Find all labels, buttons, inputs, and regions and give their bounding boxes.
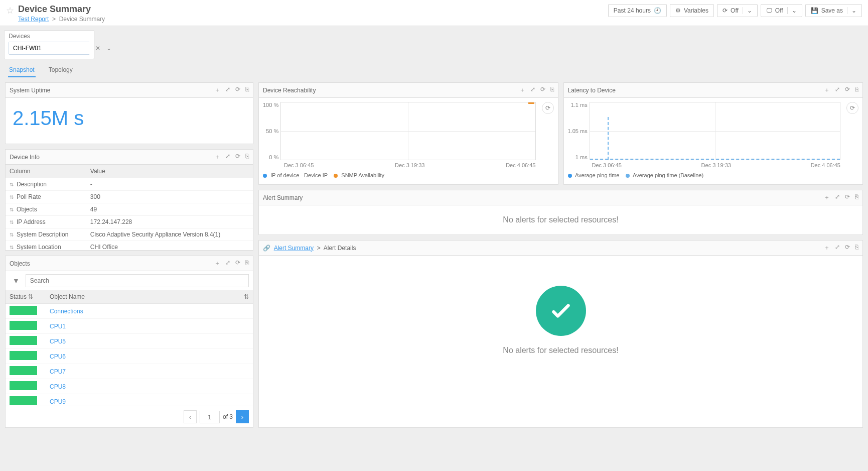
refresh-icon[interactable]: ⟳ (235, 153, 240, 161)
sort-icon[interactable]: ⇅ (10, 194, 14, 200)
filter-icon[interactable]: ▼ (10, 275, 23, 287)
variables-button[interactable]: ⚙ Variables (670, 4, 714, 17)
breadcrumb-parent[interactable]: Test Report (18, 16, 49, 23)
table-row: ⇅Description- (6, 178, 253, 191)
expand-icon[interactable]: ⤢ (835, 244, 840, 252)
sort-icon[interactable]: ⇅ (10, 207, 14, 212)
refresh-off-button[interactable]: ⟳ Off ⌄ (717, 4, 758, 17)
legend-dot-icon (626, 174, 630, 178)
expand-icon[interactable]: ⤢ (835, 86, 840, 94)
alert-details-bc-parent[interactable]: Alert Summary (274, 245, 314, 252)
panel-latency: Latency to Device ＋ ⤢ ⟳ ⎘ (563, 82, 863, 185)
sort-icon[interactable]: ⇅ (10, 232, 14, 238)
column-header-name[interactable]: Object Name ⇅ (46, 290, 253, 304)
panel-title: System Uptime (10, 87, 50, 94)
chevron-down-icon[interactable]: ⌄ (792, 7, 797, 14)
panel-alert-summary: Alert Summary ＋ ⤢ ⟳ ⎘ No alerts for sele… (258, 190, 863, 235)
object-link[interactable]: CPU1 (50, 323, 66, 330)
sort-icon[interactable]: ⇅ (10, 219, 14, 225)
chart-refresh-button[interactable]: ⟳ (542, 102, 554, 114)
device-selector-input[interactable] (9, 42, 92, 54)
save-as-button[interactable]: 💾 Save as ⌄ (805, 4, 862, 17)
expand-icon[interactable]: ⤢ (225, 86, 230, 94)
object-link[interactable]: CPU7 (50, 368, 66, 375)
expand-icon[interactable]: ⤢ (225, 153, 230, 161)
export-icon[interactable]: ⎘ (855, 193, 858, 202)
display-off-button[interactable]: 🖵 Off ⌄ (761, 4, 802, 17)
sort-icon[interactable]: ⇅ (28, 293, 33, 300)
save-icon: 💾 (811, 7, 818, 14)
expand-icon[interactable]: ⤢ (530, 86, 535, 94)
pager-current-input[interactable] (200, 411, 220, 423)
expand-icon[interactable]: ⤢ (835, 193, 840, 202)
panel-system-uptime: System Uptime ＋ ⤢ ⟳ ⎘ 2.15M s (5, 82, 253, 144)
export-icon[interactable]: ⎘ (855, 86, 858, 94)
object-link[interactable]: Connections (50, 308, 83, 315)
time-range-button[interactable]: Past 24 hours 🕘 (608, 4, 667, 17)
expand-icon[interactable]: ⤢ (225, 259, 230, 268)
refresh-icon[interactable]: ⟳ (845, 86, 850, 94)
panel-title: Device Info (10, 154, 40, 161)
panel-device-reachability: Device Reachability ＋ ⤢ ⟳ ⎘ (258, 82, 558, 185)
export-icon[interactable]: ⎘ (855, 244, 858, 252)
chart-refresh-button[interactable]: ⟳ (846, 102, 858, 114)
add-icon[interactable]: ＋ (824, 193, 830, 202)
column-header-status[interactable]: Status ⇅ (6, 290, 46, 304)
table-row: CPU1 (6, 319, 253, 334)
chevron-down-icon[interactable]: ⌄ (103, 45, 114, 52)
object-link[interactable]: CPU5 (50, 338, 66, 345)
export-icon[interactable]: ⎘ (245, 86, 249, 94)
panel-title: Alert Summary (263, 194, 303, 201)
pager-next-button[interactable]: › (236, 410, 249, 423)
add-icon[interactable]: ＋ (519, 86, 525, 94)
tab-snapshot[interactable]: Snapshot (8, 63, 36, 77)
sort-icon[interactable]: ⇅ (10, 245, 14, 250)
refresh-icon[interactable]: ⟳ (845, 244, 850, 252)
favorite-star-icon[interactable]: ☆ (6, 5, 14, 16)
table-row: ⇅Poll Rate300 (6, 191, 253, 203)
add-icon[interactable]: ＋ (214, 86, 220, 94)
reachability-chart (280, 102, 535, 160)
page-title: Device Summary (18, 4, 105, 15)
status-badge (10, 306, 37, 315)
refresh-icon[interactable]: ⟳ (235, 259, 240, 268)
objects-search-input[interactable] (26, 274, 249, 287)
object-link[interactable]: CPU8 (50, 383, 66, 390)
tab-topology[interactable]: Topology (48, 63, 74, 77)
sort-icon[interactable]: ⇅ (10, 182, 14, 187)
sort-icon[interactable]: ⇅ (244, 293, 249, 300)
uptime-value: 2.15M s (10, 102, 249, 140)
refresh-icon[interactable]: ⟳ (235, 86, 240, 94)
panel-title: Latency to Device (568, 87, 616, 94)
object-link[interactable]: CPU6 (50, 353, 66, 360)
column-header[interactable]: Value (86, 165, 253, 178)
add-icon[interactable]: ＋ (824, 244, 830, 252)
refresh-icon[interactable]: ⟳ (540, 86, 545, 94)
status-badge (10, 351, 37, 360)
breadcrumb-current: Device Summary (59, 16, 105, 23)
refresh-icon: ⟳ (722, 7, 728, 14)
add-icon[interactable]: ＋ (214, 259, 220, 268)
table-row: CPU5 (6, 334, 253, 349)
export-icon[interactable]: ⎘ (245, 259, 249, 268)
latency-chart (590, 102, 840, 160)
add-icon[interactable]: ＋ (214, 153, 220, 161)
pager-prev-button[interactable]: ‹ (184, 410, 197, 423)
clear-icon[interactable]: ✕ (92, 45, 103, 52)
add-icon[interactable]: ＋ (824, 86, 830, 94)
chevron-down-icon[interactable]: ⌄ (747, 7, 752, 14)
object-link[interactable]: CPU9 (50, 398, 66, 405)
legend-dot-icon (334, 174, 338, 178)
link-icon: 🔗 (263, 245, 270, 252)
pager-of-label: of 3 (223, 413, 233, 420)
chevron-down-icon[interactable]: ⌄ (851, 7, 856, 14)
column-header[interactable]: Column (6, 165, 86, 178)
export-icon[interactable]: ⎘ (550, 86, 554, 94)
export-icon[interactable]: ⎘ (245, 153, 249, 161)
clock-icon: 🕘 (654, 7, 661, 14)
legend-dot-icon (263, 174, 267, 178)
status-badge (10, 336, 37, 345)
table-row: ⇅System DescriptionCisco Adaptive Securi… (6, 228, 253, 241)
refresh-icon[interactable]: ⟳ (845, 193, 850, 202)
table-row: CPU9 (6, 394, 253, 406)
